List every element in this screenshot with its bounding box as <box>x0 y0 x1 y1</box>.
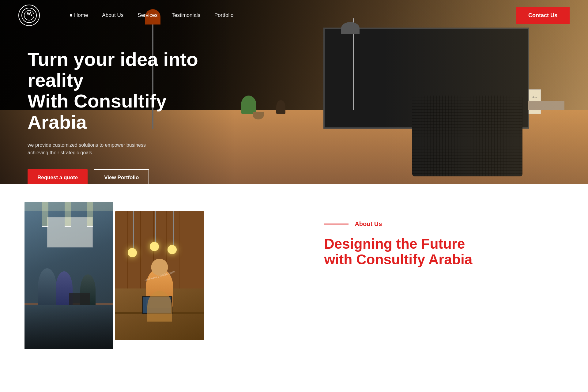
hero-subtitle: we provide customized solutions to empow… <box>28 141 156 157</box>
request-quote-button[interactable]: Request a quote <box>28 169 88 184</box>
nav-portfolio[interactable]: Portfolio <box>209 10 239 21</box>
light2 <box>65 202 71 227</box>
about-heading: Designing the Future with Consultify Ara… <box>324 236 564 267</box>
light3 <box>87 202 93 227</box>
view-portfolio-button[interactable]: View Portfolio <box>94 169 149 184</box>
light1 <box>42 202 48 227</box>
about-label-row: About Us <box>324 221 564 228</box>
logo-icon <box>21 8 37 23</box>
nav-links: Home About Us Services Testimonials Port… <box>64 10 516 21</box>
hero-buttons: Request a quote View Portfolio <box>28 169 224 184</box>
hero-title: Turn your idea into reality With Consult… <box>28 49 224 133</box>
laptop <box>69 293 90 305</box>
about-images: مصطفى | naql.com <box>0 202 306 374</box>
svg-point-1 <box>27 12 28 13</box>
person1 <box>38 268 56 305</box>
logo[interactable] <box>18 5 40 26</box>
contact-button[interactable]: Contact Us <box>516 7 570 24</box>
about-image-left <box>24 202 113 349</box>
watermark: مصطفى | naql.com <box>115 211 204 340</box>
logo-circle <box>18 5 40 26</box>
svg-point-3 <box>30 12 31 13</box>
svg-point-2 <box>28 14 30 15</box>
cat-art <box>276 100 285 114</box>
svg-point-4 <box>31 15 32 16</box>
nav-about[interactable]: About Us <box>96 10 129 21</box>
nav-services[interactable]: Services <box>132 10 163 21</box>
about-section: مصطفى | naql.com About Us Designing the … <box>0 184 588 392</box>
about-red-line <box>324 224 349 224</box>
img-bottom-fade <box>24 305 113 349</box>
pot-art <box>253 112 264 119</box>
about-image-right: مصطفى | naql.com <box>115 211 204 340</box>
nav-testimonials[interactable]: Testimonials <box>166 10 206 21</box>
navbar: Home About Us Services Testimonials Port… <box>0 0 588 31</box>
nav-home[interactable]: Home <box>64 10 93 21</box>
about-label: About Us <box>355 221 382 228</box>
about-text: About Us Designing the Future with Consu… <box>306 202 588 374</box>
